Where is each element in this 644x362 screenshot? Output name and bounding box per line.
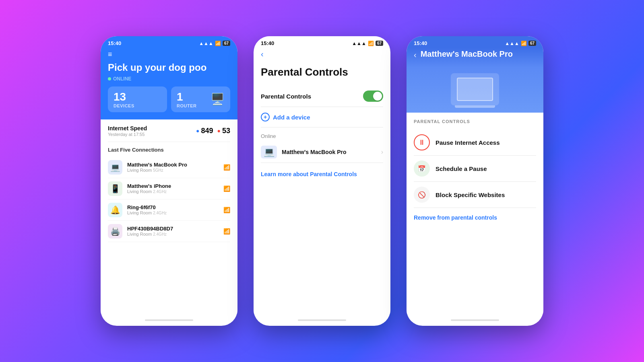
status-icons-1: ▲▲▲ 📶 67 <box>199 41 230 46</box>
schedule-pause-label: Schedule a Pause <box>436 165 487 172</box>
ring-sub: Living Room 2.4GHz <box>127 210 167 215</box>
macbook-sub: Living Room 5GHz <box>127 168 187 173</box>
menu-icon[interactable]: ≡ <box>108 50 230 59</box>
home-bar-3 <box>451 319 499 321</box>
device-row-ring[interactable]: 🔔 Ring-6f6f70 Living Room 2.4GHz 📶 <box>108 200 230 221</box>
block-websites-label: Block Specific Websites <box>436 191 505 198</box>
wifi-status-icon: 📶 <box>215 41 221 46</box>
speed-row: Internet Speed Yesterday at 17:55 ● 849 … <box>108 125 230 137</box>
battery-3: 67 <box>528 41 536 46</box>
devices-label: DEVICES <box>114 103 161 108</box>
parental-controls-label: Parental Controls <box>261 93 311 100</box>
ring-name: Ring-6f6f70 <box>127 204 167 210</box>
signal-icon-2: ▲▲▲ <box>352 41 366 46</box>
main-content-3: PARENTAL CONTROLS ⏸ Pause Internet Acces… <box>407 113 543 315</box>
main-content-1: Internet Speed Yesterday at 17:55 ● 849 … <box>101 119 237 315</box>
learn-more-link[interactable]: Learn more about Parental Controls <box>261 163 383 185</box>
parental-controls-header: PARENTAL CONTROLS <box>414 119 536 124</box>
online-badge: ONLINE <box>108 76 230 82</box>
stats-row: 13 DEVICES 1 ROUTER 🖥️ <box>108 86 230 112</box>
status-icons-3: ▲▲▲ 📶 67 <box>505 41 536 46</box>
watermark: K <box>529 293 539 310</box>
status-bar-3: 15:40 ▲▲▲ 📶 67 <box>407 36 543 48</box>
macbook-list-icon: 💻 <box>261 146 277 158</box>
chevron-right-icon: › <box>381 148 383 156</box>
phone-2: 15:40 ▲▲▲ 📶 67 ‹ Parental Controls Paren… <box>254 36 390 326</box>
macbook-list-item[interactable]: 💻 Matthew's MacBook Pro › <box>261 142 383 163</box>
router-label: ROUTER <box>177 103 196 108</box>
online-dot <box>108 77 111 80</box>
battery-1: 67 <box>223 41 230 46</box>
download-dot: ● <box>196 128 199 134</box>
block-websites-item[interactable]: 🚫 Block Specific Websites <box>414 182 536 208</box>
iphone-name: Matthew's iPhone <box>127 183 171 189</box>
wifi-icon-2: 📶 <box>223 185 230 192</box>
schedule-icon: 📅 <box>414 160 430 177</box>
pause-internet-item[interactable]: ⏸ Pause Internet Access <box>414 130 536 156</box>
main-content-2: Parental Controls Parental Controls + Ad… <box>254 62 390 315</box>
device-info-2: Matthew's iPhone Living Room 2.4GHz <box>127 183 171 194</box>
wifi-icon-1: 📶 <box>223 164 230 171</box>
home-indicator-1 <box>101 315 237 326</box>
back-button-2[interactable]: ‹ <box>261 49 264 59</box>
time-3: 15:40 <box>414 40 427 46</box>
router-info: 1 ROUTER <box>177 90 196 108</box>
hp-name: HPF430B94BD8D7 <box>127 226 173 232</box>
speed-subtitle: Yesterday at 17:55 <box>108 132 147 137</box>
connections-title: Last Five Connections <box>108 147 230 153</box>
laptop-screen <box>457 78 493 101</box>
device-info-3: Ring-6f6f70 Living Room 2.4GHz <box>127 204 167 215</box>
pause-icon: ⏸ <box>414 134 430 150</box>
block-icon: 🚫 <box>414 187 430 203</box>
wifi-icon-status-2: 📶 <box>368 41 374 46</box>
router-icon: 🖥️ <box>211 93 225 106</box>
schedule-pause-item[interactable]: 📅 Schedule a Pause <box>414 156 536 182</box>
status-bar-1: 15:40 ▲▲▲ 📶 67 <box>101 36 237 48</box>
home-bar-1 <box>145 319 193 321</box>
online-section-label: Online <box>261 128 383 142</box>
add-device-button[interactable]: + Add a device <box>261 107 383 128</box>
hp-icon: 🖨️ <box>108 224 122 239</box>
page-title-2: Parental Controls <box>261 66 383 78</box>
iphone-icon: 📱 <box>108 181 122 196</box>
phone-3: 15:40 ▲▲▲ 📶 67 ‹ Matthew's MacBook Pro P… <box>407 36 543 326</box>
header-blue-3: ‹ Matthew's MacBook Pro <box>407 48 543 68</box>
wifi-icon-status-3: 📶 <box>521 41 527 46</box>
add-circle-icon: + <box>261 113 270 121</box>
battery-2: 67 <box>376 41 383 46</box>
wifi-icon-4: 📶 <box>223 228 230 234</box>
laptop-illustration <box>451 73 499 105</box>
add-device-label: Add a device <box>273 114 310 121</box>
wifi-icon-3: 📶 <box>223 207 230 213</box>
parental-controls-row[interactable]: Parental Controls <box>261 86 383 107</box>
back-header-2: ‹ <box>254 48 390 62</box>
signal-icon: ▲▲▲ <box>199 41 213 46</box>
laptop-icon: 💻 <box>108 160 122 175</box>
device-row-hp[interactable]: 🖨️ HPF430B94BD8D7 Living Room 2.4GHz 📶 <box>108 221 230 242</box>
download-val: 849 <box>201 127 213 135</box>
back-button-3[interactable]: ‹ <box>414 49 417 60</box>
phone-1: 15:40 ▲▲▲ 📶 67 ≡ Pick up your dog poo ON… <box>101 36 237 326</box>
device-row-iphone[interactable]: 📱 Matthew's iPhone Living Room 2.4GHz 📶 <box>108 178 230 200</box>
upload-dot: ● <box>217 128 221 134</box>
speed-label-group: Internet Speed Yesterday at 17:55 <box>108 125 147 137</box>
status-icons-2: ▲▲▲ 📶 67 <box>352 41 383 46</box>
online-label: ONLINE <box>113 76 131 82</box>
remove-from-parental-link[interactable]: Remove from parental controls <box>414 208 536 221</box>
upload-val: 53 <box>222 127 230 135</box>
speed-values: ● 849 ● 53 <box>196 127 230 135</box>
device-row-macbook[interactable]: 💻 Matthew's MacBook Pro Living Room 5GHz… <box>108 157 230 178</box>
pause-internet-label: Pause Internet Access <box>436 139 500 146</box>
router-stat: 1 ROUTER 🖥️ <box>171 86 230 112</box>
speed-title: Internet Speed <box>108 125 147 132</box>
devices-count: 13 <box>114 90 161 103</box>
device-info-4: HPF430B94BD8D7 Living Room 2.4GHz <box>127 226 173 237</box>
time-1: 15:40 <box>108 40 121 46</box>
router-count: 1 <box>177 90 196 103</box>
time-2: 15:40 <box>261 40 274 46</box>
ring-icon: 🔔 <box>108 203 122 217</box>
upload-speed: ● 53 <box>217 127 231 135</box>
parental-controls-toggle[interactable] <box>363 90 383 102</box>
hp-sub: Living Room 2.4GHz <box>127 232 173 237</box>
home-bar-2 <box>298 319 346 321</box>
